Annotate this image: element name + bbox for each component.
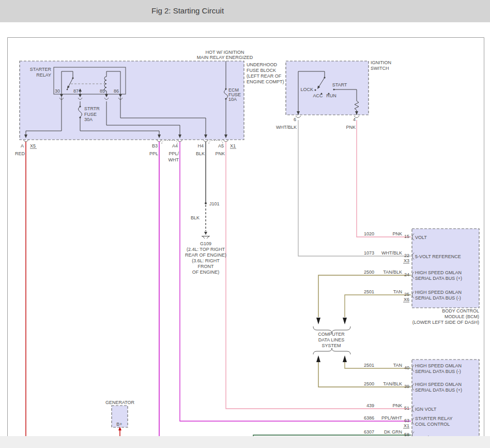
bcm-name-2: MODULE (BCM) — [445, 314, 479, 319]
wire-color-whtblk-label: WHT/BLK — [276, 125, 297, 130]
bcm-conn-x3: X3 — [404, 258, 409, 263]
ground-name: G109 — [200, 241, 211, 246]
relay-pin-87: 87 — [73, 88, 79, 94]
circuit-6386: 6386 — [364, 415, 374, 421]
generator-name: GENERATOR — [105, 400, 135, 405]
circuit-2500-u: 2500 — [364, 270, 374, 275]
circuit-2501-l: 2501 — [364, 363, 374, 368]
circuit-2500-l: 2500 — [364, 381, 374, 386]
connector-a-pin: A — [21, 143, 24, 148]
bcm-pin-40-label-2: SERIAL DATA BUS (-) — [415, 369, 461, 374]
bcm-pin-39-label-2: SERIAL DATA BUS (+) — [415, 387, 462, 393]
wire-color-pplwht-label-2: WHT — [169, 157, 179, 162]
bcm-conn-x1: X1 — [404, 423, 409, 428]
connector-a-conn: X5 — [30, 143, 36, 148]
bcm-pin-40: 40 — [404, 365, 409, 370]
circuit-2501-l-color: TAN — [393, 363, 402, 368]
bcm-name-3: (LOWER LEFT SIDE OF DASH) — [412, 320, 479, 325]
ground-loc-4: FRONT — [198, 264, 214, 269]
bcm-pin-51: 51 — [404, 406, 409, 411]
bcm-pin-63-label-2: COIL CONTROL — [415, 422, 450, 427]
generator-terminal-b-plus: B+ — [116, 422, 122, 427]
bcm-pin-15: 15 — [404, 234, 409, 239]
strtr-fuse-label-1: STRTR — [84, 106, 100, 111]
wire-color-pnk-label: PNK — [215, 151, 225, 156]
computer-data-lines-system: COMPUTER DATA LINES SYSTEM — [313, 318, 350, 362]
bcm-pin-63-label-1: STARTER RELAY — [415, 416, 453, 421]
data-lines-label-1: COMPUTER — [318, 332, 345, 337]
bcm-upper: 1020 PNK 15 VOLT 1073 WHT/BLK 22 X3 5-VO… — [364, 229, 479, 325]
wire-tan-upper — [345, 295, 411, 317]
position-start-label: START — [332, 82, 347, 87]
circuit-2500-l-color: TAN/BLK — [383, 381, 402, 386]
connector-a5-conn: X1 — [230, 143, 236, 148]
connector-h4-pin: H4 — [197, 143, 204, 148]
ignition-switch-name-2: SWITCH — [371, 66, 389, 71]
wiring-diagram-page: Fig 2: Starting Circuit HOT W/ IGNITION … — [0, 0, 490, 448]
wire-color-red-label: RED — [15, 151, 25, 156]
generator: GENERATOR B+ — [105, 400, 135, 436]
wire-ppl-wht — [180, 142, 411, 421]
fuse-block-name-4: ENGINE COMPT) — [247, 79, 284, 84]
ignition-pin-4: 4 — [353, 117, 356, 122]
bcm-pin-39-label-1: HIGH SPEED GMLAN — [415, 382, 462, 387]
underhood-fuse-block: HOT W/ IGNITION MAIN RELAY ENERGIZED UND… — [15, 50, 284, 162]
circuit-1020-color: PNK — [392, 231, 402, 236]
hot-feed-label-1: HOT W/ IGNITION — [206, 50, 244, 55]
position-lock-label: LOCK — [300, 87, 313, 92]
data-bus-down-arrow-2 — [343, 318, 347, 324]
bcm-pin-39: 39 — [404, 384, 409, 389]
circuit-2500-u-color: TAN/BLK — [383, 270, 402, 275]
bcm-pin-51-label: IGN VOLT — [415, 407, 437, 412]
bcm-pin-22: 22 — [404, 253, 409, 258]
relay-pin-85: 85 — [100, 88, 105, 94]
circuit-1073-color: WHT/BLK — [381, 250, 402, 256]
circuit-2501-u-color: TAN — [393, 289, 402, 294]
circuit-1020: 1020 — [364, 231, 374, 236]
ignition-switch: IGNITION SWITCH LOCK ACC RUN START 6 4 — [276, 60, 391, 130]
circuit-439-color: PNK — [392, 403, 402, 408]
relay-pin-86: 86 — [114, 88, 119, 94]
junction-j101-label: J101 — [209, 201, 220, 206]
ground-g109: J101 BLK G109 (2.4L: TOP RIGHT REAR OF E… — [185, 201, 226, 275]
circuit-6386-color: PPL/WHT — [381, 415, 403, 421]
fuse-block-connector-labels: A X5 RED B3 PPL A4 PPL/ WHT H4 BLK A5 X1… — [15, 143, 236, 162]
circuit-439: 439 — [366, 403, 374, 408]
data-bus-up-arrow-1 — [316, 355, 320, 362]
bcm-name-1: BODY CONTROL — [442, 308, 479, 313]
bcm-pin-24-label-2: SERIAL DATA BUS (+) — [415, 276, 462, 281]
position-acc-label: ACC — [313, 93, 323, 98]
ground-loc-3: (3.6L: RIGHT — [192, 258, 220, 263]
bcm-conn-x6: X6 — [404, 297, 409, 302]
junction-j101-dot — [205, 202, 207, 204]
ground-loc-2: REAR OF ENGINE) — [185, 252, 226, 258]
ground-arrowhead — [204, 232, 207, 235]
data-bus-brace-bottom — [313, 348, 350, 354]
data-bus-up-arrow-2 — [343, 355, 347, 362]
starter-relay-name-1: STARTER — [30, 67, 52, 72]
ground-wire-color: BLK — [191, 215, 200, 220]
fuse-block-name-2: FUSE BLOCK — [247, 68, 276, 73]
strtr-fuse-label-2: FUSE — [84, 112, 97, 117]
circuit-2501-u: 2501 — [364, 289, 374, 294]
bcm-pin-24: 24 — [404, 272, 409, 277]
connector-a5-pin: A5 — [218, 143, 224, 148]
circuit-1073: 1073 — [364, 250, 374, 256]
data-lines-label-2: DATA LINES — [318, 337, 345, 342]
wire-color-blk-label: BLK — [196, 151, 205, 156]
relay-pin-30: 30 — [55, 88, 60, 94]
ignition-pin-6: 6 — [294, 117, 296, 122]
bcm-pin-15-label: VOLT — [415, 235, 427, 240]
bcm-pin-25: 25 — [404, 292, 409, 297]
harness-wires — [26, 120, 411, 436]
ground-loc-5: OF ENGINE) — [192, 270, 220, 275]
bcm-pin-24-label-1: HIGH SPEED GMLAN — [415, 270, 462, 275]
wire-color-pnk4-label: PNK — [346, 125, 356, 130]
fuse-block-outline — [20, 61, 244, 140]
bcm-pin-25-label-2: SERIAL DATA BUS (-) — [415, 295, 461, 301]
fuse-block-name-3: (LEFT REAR OF — [247, 73, 282, 79]
ground-loc-1: (2.4L: TOP RIGHT — [187, 247, 225, 252]
fuse-block-name-1: UNDERHOOD — [247, 62, 278, 67]
bcm-pin-25-label-1: HIGH SPEED GMLAN — [415, 290, 462, 295]
wire-dk-grn — [253, 435, 411, 436]
